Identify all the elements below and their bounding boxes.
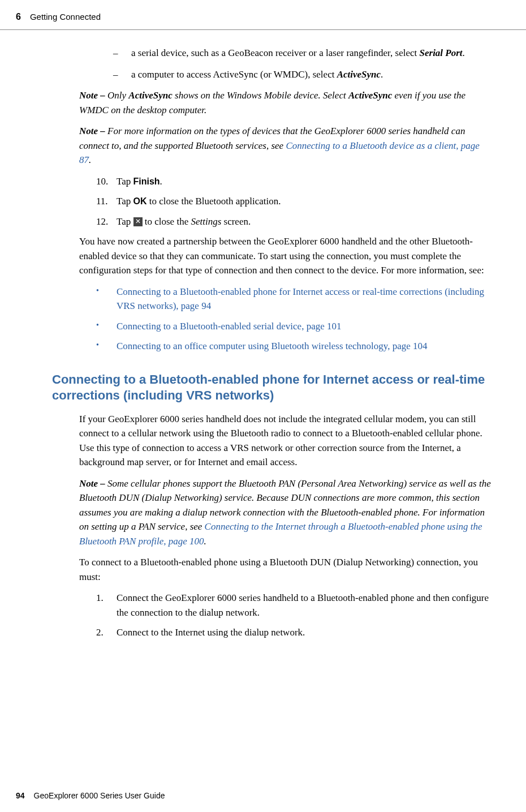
numbered-step: 12. Tap ✕ to close the Settings screen. (79, 214, 492, 229)
footer-title: GeoExplorer 6000 Series User Guide (34, 790, 165, 802)
page-content: – a serial device, such as a GeoBeacon r… (0, 30, 526, 640)
note-paragraph: Note – Only ActiveSync shows on the Wind… (79, 88, 492, 117)
section-heading: Connecting to a Bluetooth-enabled phone … (52, 372, 492, 404)
bullet-list-item: • Connecting to an office computer using… (79, 339, 492, 354)
step-number: 2. (96, 625, 117, 640)
bullet-list-item: • Connecting to a Bluetooth-enabled seri… (79, 319, 492, 334)
bullet-marker: • (96, 285, 117, 313)
page-footer: 94 GeoExplorer 6000 Series User Guide (16, 790, 165, 802)
sub-item-text: a computer to access ActiveSync (or WMDC… (131, 67, 492, 82)
cross-reference-link[interactable]: Connecting to a Bluetooth-enabled serial… (117, 319, 492, 334)
sub-list-item: – a serial device, such as a GeoBeacon r… (79, 46, 492, 61)
page-number: 94 (16, 790, 25, 802)
dash-marker: – (113, 46, 131, 61)
note-paragraph: Note – For more information on the types… (79, 124, 492, 167)
note-paragraph: Note – Some cellular phones support the … (79, 476, 492, 549)
step-number: 1. (96, 591, 117, 620)
step-number: 12. (96, 214, 117, 229)
step-text: Tap ✕ to close the Settings screen. (117, 214, 492, 229)
step-number: 11. (96, 194, 117, 209)
step-text: Tap Finish. (117, 174, 492, 189)
body-paragraph: To connect to a Bluetooth-enabled phone … (79, 555, 492, 584)
step-number: 10. (96, 174, 117, 189)
numbered-step: 2. Connect to the Internet using the dia… (79, 625, 492, 640)
bullet-marker: • (96, 319, 117, 334)
dash-marker: – (113, 67, 131, 82)
page-header: 6 Getting Connected (0, 0, 526, 30)
step-text: Connect the GeoExplorer 6000 series hand… (117, 591, 492, 620)
chapter-number: 6 (16, 10, 21, 24)
body-paragraph: You have now created a partnership betwe… (79, 234, 492, 278)
body-paragraph: If your GeoExplorer 6000 series handheld… (79, 412, 492, 470)
numbered-step: 10. Tap Finish. (79, 174, 492, 189)
numbered-step: 11. Tap OK to close the Bluetooth applic… (79, 194, 492, 209)
cross-reference-link[interactable]: Connecting to an office computer using B… (117, 339, 492, 354)
step-text: Connect to the Internet using the dialup… (117, 625, 492, 640)
sub-item-text: a serial device, such as a GeoBeacon rec… (131, 46, 492, 61)
cross-reference-link[interactable]: Connecting to a Bluetooth-enabled phone … (117, 285, 492, 313)
close-icon: ✕ (133, 217, 143, 226)
bullet-marker: • (96, 339, 117, 354)
numbered-step: 1. Connect the GeoExplorer 6000 series h… (79, 591, 492, 620)
bullet-list-item: • Connecting to a Bluetooth-enabled phon… (79, 285, 492, 313)
sub-list-item: – a computer to access ActiveSync (or WM… (79, 67, 492, 82)
chapter-title: Getting Connected (30, 11, 101, 24)
step-text: Tap OK to close the Bluetooth applicatio… (117, 194, 492, 209)
